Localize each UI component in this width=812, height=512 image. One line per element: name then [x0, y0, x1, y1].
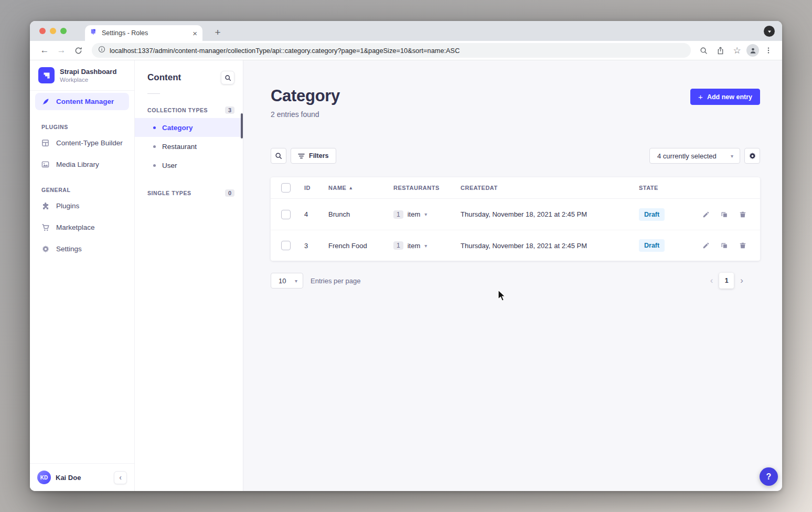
zoom-icon[interactable]	[696, 43, 711, 58]
window-controls	[39, 28, 67, 34]
entries-per-page-select[interactable]: 10 ▾	[271, 273, 303, 289]
bookmark-star-icon[interactable]: ☆	[730, 43, 744, 58]
cell-name: Brunch	[321, 210, 386, 218]
add-new-entry-label: Add new entry	[707, 93, 752, 101]
sidebar-item-plugins[interactable]: Plugins	[35, 197, 129, 215]
select-all-checkbox[interactable]	[281, 183, 291, 193]
column-header-name[interactable]: NAME ▴	[321, 185, 386, 191]
sidebar-item-content-type-builder[interactable]: Content-Type Builder	[35, 134, 129, 152]
url-address-bar[interactable]: localhost:1337/admin/content-manager/col…	[92, 43, 691, 58]
cell-createdat: Thursday, November 18, 2021 at 2:45 PM	[453, 242, 632, 250]
browser-profile-avatar[interactable]	[746, 44, 759, 57]
row-checkbox[interactable]	[281, 210, 291, 219]
subnav-item-user[interactable]: User	[135, 156, 243, 175]
back-button[interactable]: ←	[38, 44, 51, 57]
tab-close-icon[interactable]: ×	[193, 29, 197, 38]
collapse-sidebar-button[interactable]: ‹	[114, 471, 127, 484]
list-toolbar: Filters 4 currently selected ▾	[271, 148, 760, 164]
shopping-cart-icon	[41, 223, 50, 232]
forward-button[interactable]: →	[55, 44, 68, 57]
browser-tab[interactable]: Settings - Roles ×	[85, 25, 202, 41]
column-header-label: NAME	[328, 185, 346, 191]
sidebar-item-marketplace[interactable]: Marketplace	[35, 219, 129, 236]
state-badge: Draft	[639, 239, 665, 252]
user-name: Kai Doe	[56, 474, 109, 482]
strapi-app: Strapi Dashboard Workplace Content Manag…	[30, 60, 782, 491]
strapi-logo-icon	[38, 67, 55, 83]
subnav-item-label: User	[162, 162, 177, 169]
cell-restaurants[interactable]: 1 item ▾	[386, 241, 453, 250]
sidebar-item-media-library[interactable]: Media Library	[35, 156, 129, 173]
view-settings-button[interactable]	[744, 148, 760, 164]
reload-button[interactable]	[71, 44, 85, 57]
layout-grid-icon	[41, 138, 50, 147]
general-section-label: GENERAL	[41, 187, 134, 193]
browser-profile-chip[interactable]	[764, 26, 775, 37]
search-icon	[225, 74, 231, 81]
table-row[interactable]: 3 French Food 1 item ▾ Thursday, Novembe…	[271, 230, 760, 261]
collection-types-count-badge: 3	[225, 106, 234, 114]
fields-selected-label: 4 currently selected	[657, 152, 717, 160]
sidebar-item-label: Plugins	[56, 202, 79, 210]
chevron-down-icon[interactable]: ▾	[424, 211, 427, 217]
chevron-down-icon: ▾	[731, 153, 733, 159]
column-header-restaurants[interactable]: RESTAURANTS	[386, 185, 453, 191]
subnav-item-restaurant[interactable]: Restaurant	[135, 137, 243, 156]
window-close-button[interactable]	[39, 28, 46, 34]
current-page-button[interactable]: 1	[719, 273, 734, 289]
delete-trash-icon[interactable]	[739, 242, 746, 250]
window-minimize-button[interactable]	[50, 28, 56, 34]
cell-id: 4	[297, 210, 321, 218]
collection-types-label: COLLECTION TYPES	[147, 107, 208, 113]
cell-id: 3	[297, 242, 321, 250]
table-header-row: ID NAME ▴ RESTAURANTS CREATEDAT STATE	[271, 177, 760, 199]
browser-menu-icon[interactable]	[761, 43, 776, 58]
subnav-item-category[interactable]: Category	[135, 118, 243, 137]
chevron-down-icon[interactable]: ▾	[424, 243, 427, 249]
subnav-search-button[interactable]	[221, 71, 234, 84]
search-button[interactable]	[271, 148, 286, 164]
filters-button[interactable]: Filters	[291, 148, 336, 164]
workspace-name: Workplace	[60, 77, 116, 83]
help-button[interactable]: ?	[760, 467, 778, 486]
subnav-item-label: Restaurant	[162, 143, 197, 151]
single-types-label: SINGLE TYPES	[147, 190, 191, 196]
column-header-id[interactable]: ID	[297, 185, 321, 191]
entries-per-page-value: 10	[279, 277, 286, 285]
main-content: Category 2 entries found + Add new entry…	[243, 60, 782, 491]
sort-ascending-icon: ▴	[349, 185, 352, 190]
window-maximize-button[interactable]	[60, 28, 67, 34]
edit-pencil-icon[interactable]	[702, 210, 710, 218]
sidebar-item-content-manager[interactable]: Content Manager	[35, 93, 129, 110]
table-row[interactable]: 4 Brunch 1 item ▾ Thursday, November 18,…	[271, 199, 760, 230]
relation-unit-label: item	[408, 242, 421, 250]
bullet-icon	[153, 126, 156, 129]
site-info-icon[interactable]	[98, 46, 105, 55]
fields-selected-dropdown[interactable]: 4 currently selected ▾	[649, 148, 740, 164]
column-header-state[interactable]: STATE	[632, 185, 695, 191]
share-icon[interactable]	[713, 43, 728, 58]
browser-toolbar: ← → localhost:1337/admin/content-manager…	[30, 41, 782, 60]
entries-table: ID NAME ▴ RESTAURANTS CREATEDAT STATE 4 …	[271, 177, 760, 261]
column-header-createdat[interactable]: CREATEDAT	[453, 185, 632, 191]
duplicate-icon[interactable]	[720, 210, 728, 218]
user-profile-row: KD Kai Doe ‹	[30, 463, 134, 491]
cell-restaurants[interactable]: 1 item ▾	[386, 210, 453, 219]
browser-actions: ☆	[696, 43, 776, 58]
add-new-entry-button[interactable]: + Add new entry	[690, 89, 760, 105]
row-checkbox[interactable]	[281, 241, 291, 250]
delete-trash-icon[interactable]	[739, 210, 746, 218]
duplicate-icon[interactable]	[720, 242, 728, 250]
plugins-section-label: PLUGINS	[41, 124, 134, 130]
next-page-icon[interactable]: ›	[740, 275, 743, 286]
sidebar-item-settings[interactable]: Settings	[35, 240, 129, 258]
new-tab-button[interactable]: +	[210, 25, 225, 40]
previous-page-icon[interactable]: ‹	[710, 275, 713, 286]
cell-createdat: Thursday, November 18, 2021 at 2:45 PM	[453, 210, 632, 218]
workspace-switcher[interactable]: Strapi Dashboard Workplace	[30, 60, 134, 91]
image-icon	[41, 160, 50, 169]
edit-pencil-icon[interactable]	[702, 242, 710, 250]
scrollbar-thumb[interactable]	[241, 113, 243, 138]
user-avatar[interactable]: KD	[37, 471, 51, 484]
sidebar-item-label: Media Library	[56, 161, 99, 168]
